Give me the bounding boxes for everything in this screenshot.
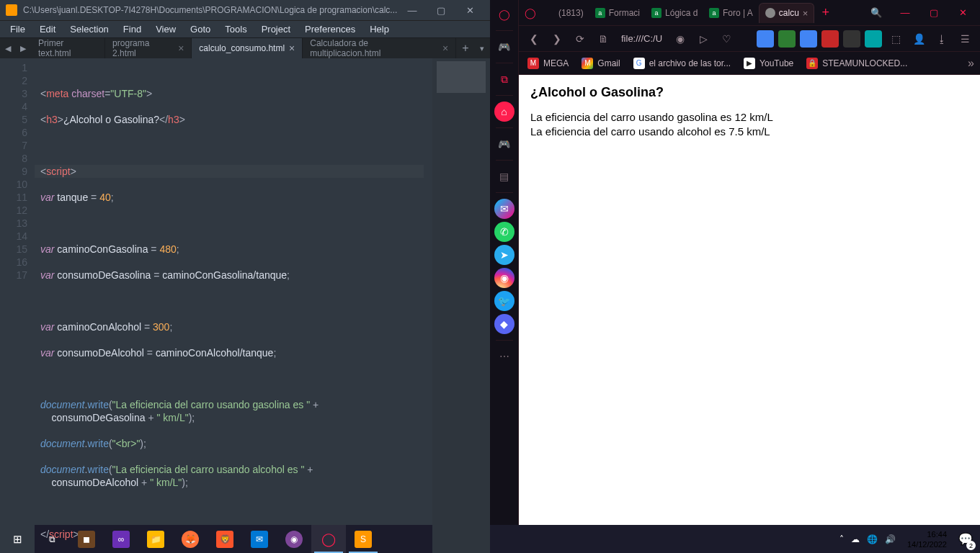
onedrive-icon[interactable]: ☁: [851, 534, 860, 544]
menu-project[interactable]: Project: [254, 21, 298, 37]
controller-icon[interactable]: 🎮: [494, 134, 514, 154]
bookmark-item[interactable]: Gel archivo de las tor...: [631, 55, 734, 71]
new-tab-button[interactable]: +: [814, 5, 837, 20]
minimize-button[interactable]: —: [891, 1, 919, 25]
downloads-icon[interactable]: ⭳: [931, 29, 953, 49]
sublime-taskbar[interactable]: S: [346, 525, 380, 553]
menu-file[interactable]: File: [3, 21, 32, 37]
easy-setup-icon[interactable]: ☰: [954, 29, 976, 49]
tab-close-icon[interactable]: ×: [178, 42, 184, 54]
editor-tab-active[interactable]: calculo_consumo.html×: [192, 38, 303, 58]
forward-button[interactable]: ❯: [546, 29, 568, 49]
opera-logo-icon[interactable]: ◯: [494, 4, 514, 24]
instagram-icon[interactable]: ◉: [494, 268, 514, 288]
menu-edit[interactable]: Edit: [32, 21, 63, 37]
telegram-icon[interactable]: ➤: [494, 245, 514, 265]
notifications-button[interactable]: 💬2: [951, 525, 980, 553]
maximize-button[interactable]: ▢: [427, 0, 455, 20]
ext-icon[interactable]: [821, 30, 839, 48]
menu-goto[interactable]: Goto: [183, 21, 218, 37]
home-icon[interactable]: ⌂: [494, 102, 514, 122]
mega-icon: M: [527, 58, 539, 69]
code-area[interactable]: <meta charset="UTF-8"> <h3>¿Alcohol o Ga…: [35, 58, 432, 553]
tab-scroll-right[interactable]: ▶: [16, 38, 32, 58]
opera-menu-icon[interactable]: ◯: [522, 3, 539, 23]
cube-icon[interactable]: ⬚: [885, 29, 906, 49]
editor-tab[interactable]: programa 2.html×: [105, 38, 192, 58]
system-tray[interactable]: ˄ ☁ 🌐 🔊: [832, 534, 903, 544]
google-icon: G: [633, 58, 645, 69]
taskbar-clock[interactable]: 16:44 14/12/2022: [903, 529, 951, 549]
menu-selection[interactable]: Selection: [63, 21, 115, 37]
close-button[interactable]: ✕: [455, 0, 484, 20]
line-gutter: 1234567891011121314151617: [0, 58, 35, 553]
browser-tab[interactable]: aFormaci: [589, 3, 646, 23]
browser-tabbar: ◯ (1813) aFormaci aLógica d aForo | A ca…: [519, 0, 980, 26]
volume-icon[interactable]: 🔊: [885, 534, 896, 544]
bookmarks-overflow-icon[interactable]: »: [968, 57, 974, 70]
discord-icon[interactable]: ◆: [494, 314, 514, 334]
browser-tab[interactable]: aLógica d: [646, 3, 703, 23]
back-button[interactable]: ❮: [523, 29, 545, 49]
messenger-icon[interactable]: ✉: [494, 199, 514, 219]
editor-tab[interactable]: Calculadora de multiplicacion.html×: [303, 38, 456, 58]
menu-preferences[interactable]: Preferences: [298, 21, 362, 37]
bookmark-item[interactable]: MGmail: [579, 55, 623, 71]
bookmark-item[interactable]: 🔒STEAMUNLOCKED...: [803, 55, 910, 71]
editor-body[interactable]: 1234567891011121314151617 <meta charset=…: [0, 58, 490, 553]
tab-scroll-left[interactable]: ◀: [0, 38, 16, 58]
bookmark-item[interactable]: ▶YouTube: [741, 55, 796, 71]
tor-button[interactable]: ◉: [277, 525, 311, 553]
bookmark-item[interactable]: MMEGA: [525, 55, 571, 71]
url-field[interactable]: file:///C:/U: [615, 33, 668, 44]
tab-close-icon[interactable]: ×: [442, 42, 448, 54]
maximize-button[interactable]: ▢: [919, 1, 948, 25]
feed-icon[interactable]: ▤: [494, 166, 514, 186]
firefox-button[interactable]: 🦊: [173, 525, 208, 553]
task-view-button[interactable]: ⧉: [35, 525, 69, 553]
menu-tools[interactable]: Tools: [218, 21, 254, 37]
ext-icon[interactable]: [843, 30, 860, 48]
editor-tab[interactable]: Primer text.html: [31, 38, 105, 58]
mail-button[interactable]: ✉: [242, 525, 277, 553]
ext-icon[interactable]: [778, 30, 796, 48]
browser-tab[interactable]: (1813): [539, 3, 589, 23]
heart-icon[interactable]: ♡: [716, 29, 737, 49]
browser-main: ◯ (1813) aFormaci aLógica d aForo | A ca…: [519, 0, 980, 525]
send-icon[interactable]: ▷: [692, 29, 714, 49]
menu-help[interactable]: Help: [362, 21, 396, 37]
network-icon[interactable]: 🌐: [867, 534, 878, 544]
tab-close-icon[interactable]: ×: [289, 42, 295, 54]
twitter-icon[interactable]: 🐦: [494, 291, 514, 311]
reload-button[interactable]: ⟳: [569, 29, 591, 49]
brave-button[interactable]: 🦁: [208, 525, 242, 553]
minimize-button[interactable]: —: [398, 0, 427, 20]
ext-icon[interactable]: [865, 30, 882, 48]
menu-view[interactable]: View: [148, 21, 183, 37]
profile-icon[interactable]: 👤: [908, 29, 930, 49]
browser-tab[interactable]: aForo | A: [703, 3, 759, 23]
browser-tab-active[interactable]: calcu×: [759, 3, 815, 23]
tab-overflow-icon[interactable]: ▾: [475, 38, 491, 58]
tray-chevron-icon[interactable]: ˄: [839, 534, 844, 544]
file-explorer-button[interactable]: 📁: [138, 525, 173, 553]
minimap[interactable]: [432, 58, 490, 553]
taskbar-app[interactable]: ∞: [104, 525, 138, 553]
whatsapp-icon[interactable]: ✆: [494, 222, 514, 242]
taskbar-app[interactable]: ◼: [69, 525, 104, 553]
sidebar-more-icon[interactable]: ⋯: [494, 346, 514, 367]
ext-icon[interactable]: [757, 30, 774, 48]
menu-find[interactable]: Find: [116, 21, 148, 37]
opera-gx-taskbar[interactable]: ◯: [311, 525, 346, 553]
new-tab-button[interactable]: +: [456, 38, 474, 58]
start-button[interactable]: ⊞: [0, 525, 35, 553]
window-title: C:\Users\juanl.DESKTOP-7I4278H\Documents…: [23, 5, 398, 15]
gx-corner-icon[interactable]: 🎮: [494, 37, 514, 57]
twitch-icon[interactable]: ⧉: [494, 69, 514, 89]
close-button[interactable]: ✕: [948, 1, 977, 25]
tab-close-icon[interactable]: ×: [803, 8, 808, 19]
ext-gtranslate-icon[interactable]: [800, 30, 817, 48]
sublime-icon: [6, 4, 17, 16]
camera-icon[interactable]: ◉: [669, 29, 691, 49]
search-icon[interactable]: 🔍: [862, 1, 891, 25]
